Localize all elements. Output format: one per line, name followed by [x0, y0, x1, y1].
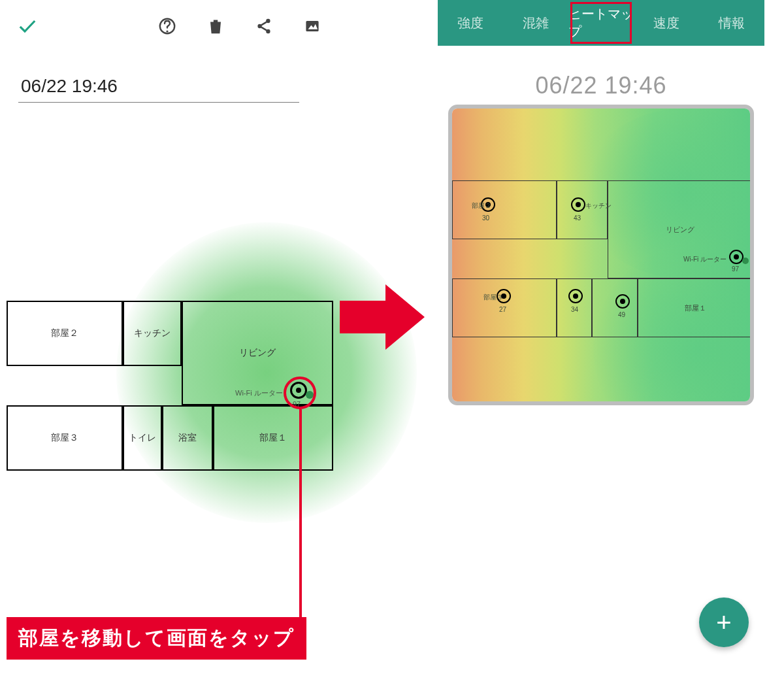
tab-congestion[interactable]: 混雑 [503, 0, 568, 46]
floorplan-editor[interactable]: 部屋２ キッチン リビング 部屋３ トイレ 浴室 部屋１ Wi-Fi ルーター … [7, 248, 333, 543]
measure-point[interactable] [615, 294, 630, 309]
measure-value: 49 [618, 311, 625, 318]
room-label: 部屋３ [483, 293, 503, 302]
router-label: Wi-Fi ルーター [235, 388, 283, 398]
add-button[interactable]: + [699, 597, 749, 647]
heatmap-title: 06/22 19:46 [438, 72, 764, 99]
tab-strength[interactable]: 強度 [438, 0, 503, 46]
editor-panel: 部屋２ キッチン リビング 部屋３ トイレ 浴室 部屋１ Wi-Fi ルーター … [7, 0, 333, 689]
router-status-dot [742, 258, 749, 264]
view-tabs: 強度 混雑 ヒートマップ 速度 情報 [438, 0, 764, 46]
heatmap-panel: 強度 混雑 ヒートマップ 速度 情報 06/22 19:46 リビング 部屋１ … [438, 0, 764, 689]
router-label: Wi-Fi ルーター [683, 255, 727, 264]
editor-toolbar [7, 0, 333, 52]
router-status-dot [306, 391, 314, 399]
room-label: リビング [239, 347, 276, 359]
callout-leader-line [299, 409, 302, 637]
instruction-callout: 部屋を移動して画面をタップ [7, 617, 306, 660]
measure-value: 30 [482, 214, 489, 222]
svg-marker-7 [340, 284, 425, 350]
measure-value: 34 [571, 306, 578, 313]
room-label: リビング [666, 225, 694, 235]
tab-heatmap[interactable]: ヒートマップ [568, 0, 634, 46]
plus-icon: + [716, 608, 731, 637]
room-label: 部屋１ [685, 303, 706, 313]
tab-speed[interactable]: 速度 [634, 0, 699, 46]
help-icon[interactable] [154, 13, 180, 39]
image-icon[interactable] [299, 13, 325, 39]
measure-point[interactable] [568, 289, 583, 303]
room-label: 部屋２ [472, 201, 491, 210]
measure-point[interactable] [571, 197, 585, 212]
router-pin[interactable] [729, 250, 743, 264]
tab-info[interactable]: 情報 [699, 0, 764, 46]
room-label: 部屋３ [51, 432, 78, 444]
room-label: 部屋１ [259, 432, 287, 444]
room-label: キッチン [585, 201, 612, 210]
arrow-icon [340, 281, 425, 353]
timestamp-input[interactable] [18, 72, 299, 103]
measure-value: 27 [499, 306, 506, 313]
share-icon[interactable] [251, 13, 277, 39]
delete-icon[interactable] [203, 13, 229, 39]
svg-point-1 [166, 30, 168, 32]
confirm-button[interactable] [14, 13, 41, 39]
room-label: 部屋２ [51, 328, 78, 339]
room-label: トイレ [129, 432, 156, 444]
router-pin[interactable] [290, 382, 307, 399]
measure-value: 43 [574, 214, 581, 222]
router-value: 97 [293, 400, 301, 408]
room-label: キッチン [134, 328, 171, 339]
svg-rect-5 [306, 21, 318, 31]
router-value: 97 [732, 265, 739, 273]
heatmap-view[interactable]: リビング 部屋１ 30 部屋２ 43 キッチン 27 部屋３ 34 49 Wi-… [448, 105, 754, 405]
room-label: 浴室 [178, 432, 197, 444]
